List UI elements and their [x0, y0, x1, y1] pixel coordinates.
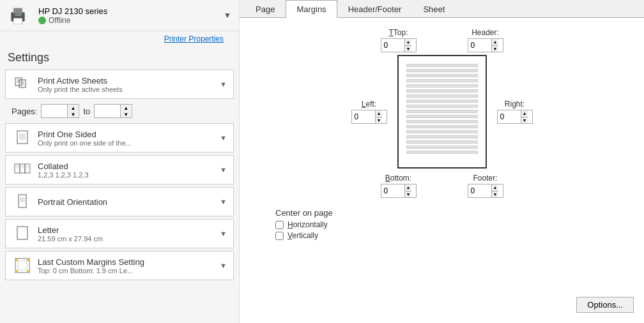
left-margin-up[interactable]: ▲	[376, 110, 383, 117]
left-label: Left:	[362, 100, 376, 109]
right-label: Right:	[505, 100, 525, 109]
right-margin-up[interactable]: ▲	[521, 110, 528, 117]
custom-margins-arrow[interactable]: ▼	[220, 262, 227, 269]
right-margin-field: Right: ▲ ▼	[497, 100, 533, 124]
collated-text: Collated 1,2,3 1,2,3 1,2,3	[38, 162, 217, 179]
setting-collated[interactable]: Collated 1,2,3 1,2,3 1,2,3 ▼	[5, 155, 234, 184]
vertically-label[interactable]: Vertically	[288, 231, 318, 240]
setting-print-active-sheets[interactable]: Print Active Sheets Only print the activ…	[5, 70, 234, 99]
left-margin-spinner[interactable]: ▲ ▼	[351, 110, 387, 124]
center-on-page-section: Center on page Horizontally Vertically	[250, 208, 333, 242]
printer-dropdown-arrow[interactable]: ▼	[224, 11, 231, 20]
setting-custom-margins[interactable]: Last Custom Margins Setting Top: 0 cm Bo…	[5, 251, 234, 280]
footer-margin-down[interactable]: ▼	[492, 191, 499, 198]
top-margin-input[interactable]	[381, 40, 404, 51]
pages-from-input[interactable]	[42, 105, 67, 117]
pages-to-down[interactable]: ▼	[121, 111, 131, 117]
vertically-checkbox[interactable]	[275, 232, 284, 240]
pages-from-spinner[interactable]: ▲ ▼	[41, 104, 79, 118]
preview-line	[406, 94, 478, 98]
preview-line	[406, 74, 478, 77]
print-one-sided-arrow[interactable]: ▼	[220, 134, 227, 142]
right-margin-spinner[interactable]: ▲ ▼	[497, 110, 533, 124]
portrait-arrow[interactable]: ▼	[220, 198, 227, 206]
page-preview-inner	[404, 61, 480, 162]
printer-text: HP DJ 2130 series Offline	[38, 6, 107, 25]
bottom-margin-field: Bottom: ▲ ▼	[381, 174, 417, 198]
footer-margin-field: Footer: ▲ ▼	[468, 174, 503, 198]
print-active-sheets-icon	[12, 74, 33, 94]
svg-rect-35	[18, 261, 27, 270]
preview-line	[406, 105, 478, 108]
vertically-row: Vertically	[275, 231, 333, 240]
tab-margins[interactable]: Margins	[286, 0, 337, 18]
footer-margin-up[interactable]: ▲	[492, 184, 499, 191]
pages-from-up[interactable]: ▲	[68, 105, 78, 111]
pages-to-up[interactable]: ▲	[121, 105, 131, 111]
preview-lines	[404, 61, 480, 156]
left-margin-input[interactable]	[352, 111, 375, 123]
top-margin-up[interactable]: ▲	[405, 39, 412, 45]
preview-line	[406, 130, 478, 133]
collated-title: Collated	[38, 162, 217, 171]
printer-properties-container: Printer Properties	[0, 31, 239, 46]
pages-label: Pages:	[12, 107, 37, 116]
footer-margin-spinner[interactable]: ▲ ▼	[468, 184, 503, 198]
print-active-sheets-title: Print Active Sheets	[38, 76, 217, 86]
preview-line	[406, 120, 478, 123]
header-margin-spinner[interactable]: ▲ ▼	[468, 38, 503, 52]
footer-margin-input[interactable]	[468, 185, 491, 197]
tab-header-footer[interactable]: Header/Footer	[337, 0, 413, 18]
setting-print-one-sided[interactable]: Print One Sided Only print on one side o…	[5, 123, 234, 153]
horizontally-label[interactable]: Horizontally	[288, 220, 328, 229]
page-preview	[397, 55, 487, 169]
bottom-margin-input[interactable]	[381, 185, 404, 197]
pages-from-down[interactable]: ▼	[68, 111, 78, 117]
collated-arrow[interactable]: ▼	[220, 166, 227, 174]
bottom-margin-down[interactable]: ▼	[405, 191, 412, 198]
svg-rect-33	[17, 227, 27, 239]
printer-icon	[8, 5, 28, 26]
top-margin-down[interactable]: ▼	[405, 45, 412, 52]
bottom-margin-up[interactable]: ▲	[405, 184, 412, 191]
header-margin-input[interactable]	[468, 40, 491, 51]
svg-rect-25	[25, 164, 30, 173]
header-margin-down[interactable]: ▼	[492, 45, 499, 52]
left-panel: HP DJ 2130 series Offline ▼ Printer Prop…	[0, 0, 240, 323]
portrait-icon	[12, 192, 33, 212]
margins-layout: TTop: ▲ ▼ Header: ▲	[250, 28, 634, 313]
tab-page[interactable]: Page	[245, 0, 286, 18]
print-active-sheets-subtitle: Only print the active sheets	[38, 86, 217, 93]
print-active-sheets-arrow[interactable]: ▼	[220, 80, 227, 88]
pages-row: Pages: ▲ ▼ to ▲ ▼	[5, 101, 234, 121]
top-label: TTop:	[388, 28, 408, 37]
settings-label: Settings	[0, 46, 239, 68]
status-indicator	[38, 17, 46, 24]
printer-info: HP DJ 2130 series Offline	[8, 5, 107, 26]
right-margin-input[interactable]	[498, 111, 521, 123]
letter-arrow[interactable]: ▼	[220, 230, 227, 237]
tab-sheet[interactable]: Sheet	[412, 0, 456, 18]
custom-margins-title: Last Custom Margins Setting	[38, 257, 217, 267]
header-margin-up[interactable]: ▲	[492, 39, 499, 45]
setting-portrait[interactable]: Portrait Orientation ▼	[5, 187, 234, 216]
preview-line	[406, 146, 478, 149]
left-margin-down[interactable]: ▼	[376, 117, 383, 124]
preview-line	[406, 79, 478, 82]
svg-rect-36	[16, 259, 18, 261]
options-button[interactable]: Options...	[576, 297, 634, 313]
left-margin-field: Left: ▲ ▼	[351, 100, 387, 124]
right-margin-down[interactable]: ▼	[521, 117, 528, 124]
setting-letter[interactable]: Letter 21.59 cm x 27.94 cm ▼	[5, 219, 234, 248]
bottom-margin-spinner[interactable]: ▲ ▼	[381, 184, 417, 198]
pages-to-spinner[interactable]: ▲ ▼	[94, 104, 132, 118]
printer-name: HP DJ 2130 series	[38, 6, 107, 16]
printer-properties-link[interactable]: Printer Properties	[157, 32, 231, 46]
preview-line	[406, 151, 478, 154]
top-margin-spinner[interactable]: ▲ ▼	[381, 38, 417, 52]
svg-rect-39	[27, 270, 29, 272]
preview-line	[406, 100, 478, 103]
horizontally-checkbox[interactable]	[275, 221, 284, 229]
pages-to-input[interactable]	[95, 105, 120, 117]
preview-line	[406, 110, 478, 113]
